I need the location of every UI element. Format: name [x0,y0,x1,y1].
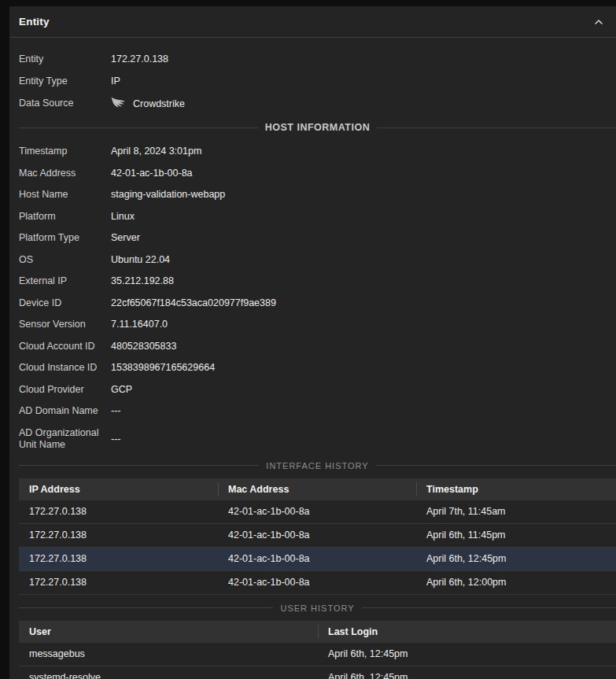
field-label: AD Organizational Unit Name [19,427,111,452]
field-value: staging-validation-webapp [111,189,225,201]
field-label: External IP [19,275,111,288]
table-cell: 42-01-ac-1b-00-8a [218,524,416,547]
section-title-user-history: USER HISTORY [280,603,354,613]
field-row: Entity172.27.0.138 [19,54,616,66]
field-value: Server [111,232,140,244]
table-row[interactable]: 172.27.0.13842-01-ac-1b-00-8aApril 6th, … [19,524,616,548]
table-cell: April 6th, 11:45pm [416,524,616,547]
field-row: Platform TypeServer [19,232,616,245]
table-cell: 42-01-ac-1b-00-8a [218,500,416,523]
divider-line [376,465,616,466]
section-title-interface-history: INTERFACE HISTORY [266,461,368,471]
chevron-up-icon [594,19,603,25]
panel-body: Entity172.27.0.138Entity TypeIPData Sour… [9,38,616,679]
table-column-header: IP Address [19,478,218,500]
field-label: Cloud Instance ID [19,362,111,375]
field-row: Device ID22cf65067f184c53aca020977f9ae38… [19,297,616,310]
field-value: 172.27.0.138 [111,54,168,65]
field-row: Sensor Version7.11.16407.0 [19,319,616,331]
collapse-button[interactable] [591,16,607,28]
field-label: Device ID [19,297,111,310]
field-row: External IP35.212.192.88 [19,275,616,288]
table-column-header: Last Login [318,621,616,643]
divider-line [362,607,616,608]
table-cell: April 6th, 12:45pm [318,643,616,666]
field-value: 1538398967165629664 [111,362,215,374]
table-row[interactable]: 172.27.0.13842-01-ac-1b-00-8aApril 7th, … [19,500,616,524]
table-cell: 172.27.0.138 [19,548,218,570]
field-row: Cloud ProviderGCP [19,384,616,397]
field-label: AD Domain Name [19,405,111,418]
table-column-header: User [19,621,318,643]
table-cell: systemd-resolve [19,666,318,679]
field-value: --- [111,405,121,417]
table-cell: 172.27.0.138 [19,571,218,594]
divider-line [19,465,259,466]
field-label: Data Source [19,98,111,110]
field-label: Entity Type [19,76,111,88]
field-row: Mac Address42-01-ac-1b-00-8a [19,168,616,180]
field-row: Entity TypeIP [19,76,616,88]
field-label: Cloud Account ID [19,341,111,353]
entity-fields-section: Entity172.27.0.138Entity TypeIPData Sour… [19,54,616,111]
field-value: 480528305833 [111,341,176,352]
table-cell: messagebus [19,643,318,666]
field-row: OSUbuntu 22.04 [19,254,616,267]
table-header-row: UserLast Login [19,621,616,643]
field-value: 7.11.16407.0 [111,319,168,330]
field-row: Data Source Crowdstrike [19,97,616,111]
field-row: Cloud Instance ID1538398967165629664 [19,362,616,375]
field-label: Mac Address [19,168,111,180]
field-row: Cloud Account ID480528305833 [19,341,616,353]
table-cell: April 6th, 12:45pm [416,548,616,570]
field-value: Linux [111,211,135,223]
table-column-header: Mac Address [218,478,416,500]
field-value: 22cf65067f184c53aca020977f9ae389 [111,297,276,309]
field-value: Ubuntu 22.04 [111,254,170,266]
field-label: Host Name [19,189,111,201]
field-label: Timestamp [19,146,111,158]
table-row[interactable]: systemd-resolveApril 6th, 12:45pm [19,666,616,679]
field-label: Cloud Provider [19,384,111,397]
field-row: Host Namestaging-validation-webapp [19,189,616,201]
table-cell: April 7th, 11:45am [416,500,616,523]
table-cell: April 6th, 12:45pm [318,666,616,679]
table-column-header: Timestamp [416,478,616,500]
field-value: --- [111,434,121,445]
divider-line [19,127,258,128]
field-label: Sensor Version [19,319,111,331]
field-value: Crowdstrike [111,97,185,111]
field-value: 42-01-ac-1b-00-8a [111,168,193,179]
interface-history-table: IP AddressMac AddressTimestamp172.27.0.1… [19,478,616,595]
table-header-row: IP AddressMac AddressTimestamp [19,478,616,500]
host-information-section: TimestampApril 8, 2024 3:01pmMac Address… [19,146,616,452]
field-label: Entity [19,54,111,66]
field-value: 35.212.192.88 [111,275,174,287]
entity-panel: Entity Entity172.27.0.138Entity TypeIPDa… [9,6,616,679]
field-label: OS [19,254,111,267]
table-row[interactable]: messagebusApril 6th, 12:45pm [19,643,616,666]
field-label: Platform [19,211,111,223]
panel-header: Entity [9,6,616,38]
field-value: April 8, 2024 3:01pm [111,146,201,157]
field-value-text: Crowdstrike [133,98,185,110]
field-row: AD Domain Name--- [19,405,616,418]
interface-history-divider: INTERFACE HISTORY [19,461,616,471]
panel-title: Entity [19,16,50,28]
field-label: Platform Type [19,232,111,245]
field-value: IP [111,76,120,87]
table-row[interactable]: 172.27.0.13842-01-ac-1b-00-8aApril 6th, … [19,571,616,595]
user-history-table: UserLast LoginmessagebusApril 6th, 12:45… [19,621,616,679]
table-cell: 172.27.0.138 [19,524,218,547]
table-row[interactable]: 172.27.0.13842-01-ac-1b-00-8aApril 6th, … [19,548,616,571]
table-cell: 172.27.0.138 [19,500,218,523]
section-title-host-information: HOST INFORMATION [265,122,370,133]
field-value: GCP [111,384,132,396]
divider-line [377,127,616,128]
table-cell: 42-01-ac-1b-00-8a [218,548,416,570]
field-row: PlatformLinux [19,211,616,223]
field-row: AD Organizational Unit Name--- [19,427,616,452]
user-history-divider: USER HISTORY [19,603,616,613]
crowdstrike-falcon-icon [111,97,126,111]
field-row: TimestampApril 8, 2024 3:01pm [19,146,616,158]
